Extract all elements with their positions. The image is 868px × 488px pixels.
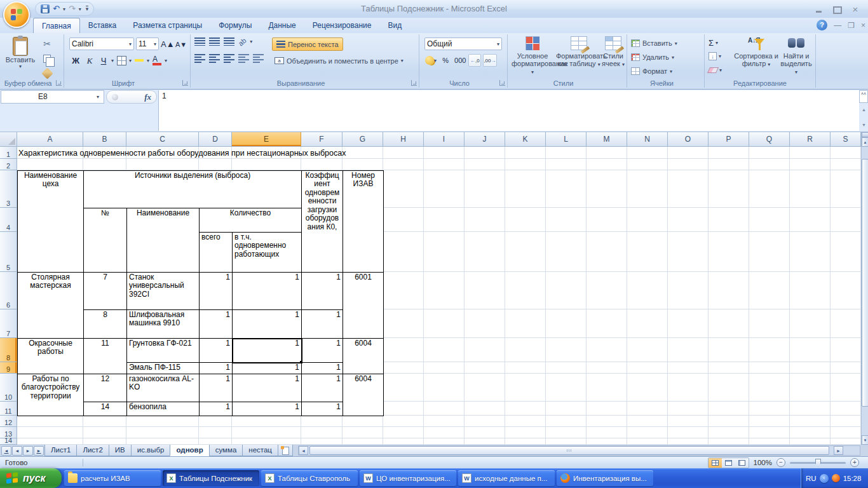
table-cell[interactable]: бензопила xyxy=(127,402,200,416)
column-header-N[interactable]: N xyxy=(627,132,668,147)
table-cell[interactable]: в т.ч. одновременно работающих xyxy=(233,233,302,273)
scroll-left-button[interactable]: ◄ xyxy=(299,446,308,455)
table-cell[interactable]: 1 xyxy=(302,402,343,416)
percent-button[interactable]: % xyxy=(439,54,452,67)
alignment-dialog-launcher[interactable] xyxy=(411,80,417,86)
table-cell[interactable]: 1 xyxy=(233,273,302,310)
row-header-7[interactable]: 7 xyxy=(0,309,17,338)
number-format-combo[interactable]: Общий▾ xyxy=(424,37,502,50)
align-top-icon[interactable] xyxy=(194,37,205,46)
zoom-slider-thumb[interactable] xyxy=(815,459,821,467)
bold-button[interactable]: Ж xyxy=(69,54,82,67)
table-cell[interactable]: Окрасочные работы xyxy=(18,339,84,374)
column-header-C[interactable]: C xyxy=(126,132,199,147)
minimize-button[interactable] xyxy=(810,4,827,15)
column-header-F[interactable]: F xyxy=(301,132,342,147)
ribbon-tab[interactable]: Разметка страницы xyxy=(125,18,210,33)
column-header-M[interactable]: M xyxy=(587,132,627,147)
fill-handle[interactable] xyxy=(299,360,302,363)
underline-button[interactable]: Ч xyxy=(97,54,110,67)
ribbon-tab[interactable]: Данные xyxy=(260,18,304,33)
font-size-dropdown-icon[interactable]: ▾ xyxy=(154,41,156,47)
decrease-indent-icon[interactable] xyxy=(238,54,249,63)
column-header-G[interactable]: G xyxy=(342,132,383,147)
increase-decimal-button[interactable]: ←,0 xyxy=(468,54,481,67)
wrap-text-button[interactable]: Перенос текста xyxy=(272,37,343,51)
table-cell[interactable]: 6004 xyxy=(343,374,384,416)
help-icon[interactable]: ? xyxy=(817,20,827,30)
selected-cell-E8[interactable]: 1 xyxy=(233,339,302,363)
font-name-dropdown-icon[interactable]: ▾ xyxy=(129,41,132,47)
clipboard-dialog-launcher[interactable] xyxy=(56,80,62,86)
formula-bar-collapse-button[interactable]: ˄˄ xyxy=(859,90,868,103)
decrease-decimal-button[interactable]: ,00→ xyxy=(483,54,496,67)
row-header-2[interactable]: 2 xyxy=(0,159,17,170)
task-button[interactable]: XТаблицы Ставрополь xyxy=(261,470,358,486)
workbook-restore-button[interactable]: ❒ xyxy=(848,21,855,30)
row-header-9[interactable]: 9 xyxy=(0,362,17,374)
restore-button[interactable] xyxy=(829,4,846,15)
orientation-dropdown-icon[interactable]: ▾ xyxy=(250,39,252,44)
row-header-1[interactable]: 1 xyxy=(0,147,17,159)
row-header-4[interactable]: 4 xyxy=(0,208,17,232)
table-cell[interactable]: 7 xyxy=(84,273,127,310)
ribbon-tab[interactable]: Главная xyxy=(33,18,80,33)
task-button[interactable]: расчеты ИЗАВ xyxy=(64,470,161,486)
format-painter-button[interactable] xyxy=(39,67,55,79)
next-sheet-button[interactable]: ► xyxy=(23,446,33,456)
merge-dropdown-icon[interactable]: ▾ xyxy=(401,58,403,64)
sheet-tab-Лист2[interactable]: Лист2 xyxy=(76,445,109,456)
zoom-slider[interactable] xyxy=(790,462,846,464)
row-header-12[interactable]: 12 xyxy=(0,416,17,427)
clear-button[interactable]: ▾ xyxy=(709,64,722,76)
column-header-O[interactable]: O xyxy=(668,132,709,147)
shrink-font-button[interactable]: A▼ xyxy=(175,37,187,51)
page-break-view-button[interactable] xyxy=(735,458,749,468)
table-cell[interactable]: газонокосилка AL-KO xyxy=(127,374,200,402)
ribbon-tab[interactable]: Вид xyxy=(379,18,410,33)
orientation-icon[interactable]: ab xyxy=(237,36,248,47)
table-cell[interactable]: Столярная мастерская xyxy=(18,273,84,339)
cell-styles-button[interactable]: Стили ячеек ▾ xyxy=(600,36,626,69)
column-header-I[interactable]: I xyxy=(424,132,465,147)
underline-dropdown-icon[interactable]: ▾ xyxy=(111,58,114,64)
italic-button[interactable]: К xyxy=(83,54,96,67)
copy-button[interactable] xyxy=(39,52,55,65)
table-cell[interactable]: 6004 xyxy=(343,339,384,374)
sort-filter-button[interactable]: А↓Я Сортировка и фильтр ▾ xyxy=(734,37,778,69)
table-cell[interactable]: 1 xyxy=(302,273,343,310)
page-layout-view-button[interactable] xyxy=(722,458,735,468)
scroll-right-button[interactable]: ► xyxy=(834,446,843,455)
delete-cells-button[interactable]: Удалить ▾ xyxy=(631,51,674,64)
table-cell[interactable]: 11 xyxy=(84,339,127,374)
sheet-tab-ис.выбр[interactable]: ис.выбр xyxy=(131,445,171,456)
normal-view-button[interactable] xyxy=(709,458,722,468)
column-header-R[interactable]: R xyxy=(790,132,831,147)
column-header-L[interactable]: L xyxy=(546,132,587,147)
table-cell[interactable]: № xyxy=(84,208,127,273)
sheet-tab-одновр[interactable]: одновр xyxy=(170,445,209,456)
last-sheet-button[interactable]: ► xyxy=(34,446,44,456)
column-header-B[interactable]: B xyxy=(83,132,126,147)
formula-scroll-up-icon[interactable]: ▲ xyxy=(862,107,866,112)
horizontal-scrollbar[interactable]: ◄ ► xyxy=(298,445,860,456)
zoom-level[interactable]: 100% xyxy=(754,459,772,466)
sheet-tab-нестац[interactable]: нестац xyxy=(242,445,278,456)
vertical-split-handle[interactable] xyxy=(862,132,868,137)
vertical-scroll-thumb[interactable] xyxy=(862,159,868,407)
zoom-out-button[interactable]: − xyxy=(776,458,785,467)
table-cell[interactable]: 1 xyxy=(200,402,233,416)
table-cell[interactable]: 1 xyxy=(302,374,343,402)
align-center-icon[interactable] xyxy=(209,54,220,63)
task-button[interactable]: Wисходные данные п... xyxy=(458,470,555,486)
row-header-14[interactable]: 14 xyxy=(0,438,17,445)
table-cell[interactable]: 1 xyxy=(233,310,302,339)
format-cells-button[interactable]: Формат ▾ xyxy=(631,65,672,78)
ribbon-tab[interactable]: Формулы xyxy=(210,18,260,33)
comma-style-button[interactable]: 000 xyxy=(454,54,466,67)
table-cell[interactable]: 1 xyxy=(233,374,302,402)
borders-button[interactable] xyxy=(115,54,128,67)
font-dialog-launcher[interactable] xyxy=(182,80,188,86)
borders-dropdown-icon[interactable]: ▾ xyxy=(129,58,132,64)
table-cell[interactable]: Источники выделения (выброса) xyxy=(84,171,302,208)
